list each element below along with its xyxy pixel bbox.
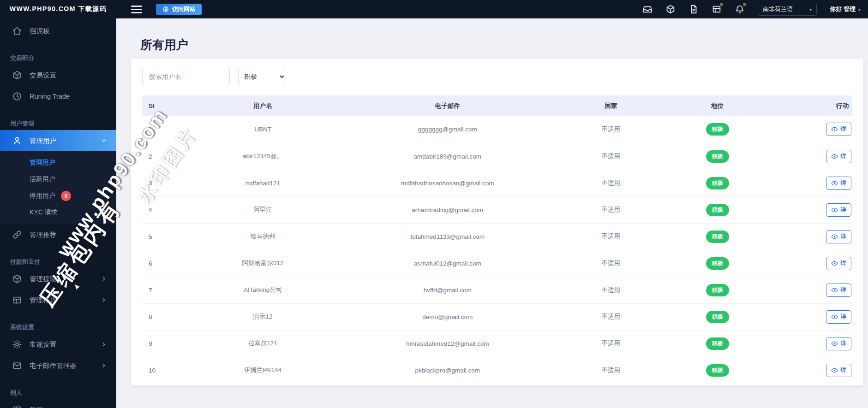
sidebar-item-3[interactable]: Runing Trade (0, 86, 116, 107)
view-detail-button[interactable]: 详 (826, 177, 852, 190)
table-row: 7AITarking公司hvffd@gmail.com不适用积极详 (142, 277, 852, 303)
cell-country: 不适用 (554, 196, 668, 223)
column-header: 国家 (554, 95, 668, 116)
sidebar-subitem[interactable]: 管理用户 (0, 154, 116, 171)
sidebar-submenu: 管理用户活跃用户停用用户0KYC 请求 (0, 151, 116, 224)
cell-action: 详 (767, 277, 852, 303)
sidebar-subitem[interactable]: KYC 请求 (0, 204, 116, 221)
cell-country: 不适用 (554, 357, 668, 384)
sidebar-item-15[interactable]: 前端 (0, 399, 116, 408)
sidebar-section-label: 付款和支付 (0, 255, 116, 268)
table-row: 8演示12demo@gmail.com不适用积极详 (142, 303, 852, 330)
cell-status: 积极 (668, 143, 767, 170)
cell-email: totahmed1133@gmail.com (341, 223, 554, 250)
sidebar-section-label: 用户管理 (0, 117, 116, 130)
cell-si: 5 (142, 223, 185, 250)
cell-si: 4 (142, 196, 185, 223)
sidebar-item-2[interactable]: 交易设置 (0, 65, 116, 86)
language-selector[interactable]: 南非荷兰语 ▾ (758, 3, 817, 16)
sidebar: 挡泥板交易部分交易设置Runing Trade用户管理管理用户管理用户活跃用户停… (0, 18, 116, 408)
eye-icon (831, 367, 838, 374)
bell-icon[interactable] (735, 4, 745, 14)
view-detail-button[interactable]: 详 (826, 257, 852, 270)
view-detail-button[interactable]: 详 (826, 230, 852, 243)
cell-action: 详 (767, 223, 852, 250)
sidebar-subitem[interactable]: 停用用户0 (0, 188, 116, 204)
cell-country: 不适用 (554, 223, 668, 250)
view-detail-button[interactable]: 详 (826, 284, 852, 297)
cell-action: 详 (767, 250, 852, 277)
cell-username: UBNT (185, 116, 341, 143)
sidebar-subitem-label: KYC 请求 (30, 208, 58, 217)
sidebar-item-label: 前端 (30, 406, 43, 408)
detail-label: 详 (841, 313, 847, 321)
sidebar-item-label: 电子邮件管理器 (30, 361, 77, 370)
topbar-right: 南非荷兰语 ▾ 你好 管理 ▾ (642, 3, 868, 16)
sidebar-item-label: 交易设置 (30, 71, 56, 80)
cell-country: 不适用 (554, 303, 668, 330)
gear-icon (12, 339, 22, 349)
cell-si: 2 (142, 143, 185, 170)
sidebar-item-5[interactable]: 管理用户 (0, 130, 116, 151)
view-detail-button[interactable]: 详 (826, 337, 852, 350)
status-badge: 积极 (706, 311, 729, 323)
table-row: 3mdfahad121mdfahadhosanhosan@gmail.com不适… (142, 170, 852, 196)
cell-email: asrhaful012@gmail.com (341, 250, 554, 277)
eye-icon (831, 153, 838, 160)
status-badge: 积极 (706, 284, 729, 296)
menu-toggle-icon[interactable] (131, 6, 142, 13)
main-content: 所有用户 积极 SI用户名电子邮件国家地位行动 1UBNTggggggg@gma… (116, 18, 868, 408)
search-input[interactable] (142, 67, 230, 86)
cell-username: 哈马德利 (185, 223, 341, 250)
package-icon (12, 70, 22, 80)
cell-si: 10 (142, 357, 185, 384)
inbox-icon[interactable] (642, 4, 652, 14)
document-icon[interactable] (688, 4, 699, 14)
status-select[interactable]: 积极 (238, 67, 286, 86)
view-detail-button[interactable]: 详 (826, 310, 852, 324)
sidebar-item-0[interactable]: 挡泥板 (0, 20, 116, 41)
cell-username: 演示12 (185, 303, 341, 330)
cell-username: 阿罕汗 (185, 196, 341, 223)
sidebar-item-label: 管理提现 (30, 275, 56, 284)
cell-status: 积极 (668, 196, 767, 223)
view-detail-button[interactable]: 详 (826, 203, 852, 217)
sidebar-item-label: Runing Trade (30, 93, 70, 100)
column-header: 电子邮件 (341, 95, 554, 116)
cell-country: 不适用 (554, 277, 668, 303)
cell-email: hmraselahmed12@gmail.com (341, 330, 554, 357)
view-detail-button[interactable]: 详 (826, 150, 852, 163)
view-detail-button[interactable]: 详 (826, 123, 852, 136)
visit-site-button[interactable]: 访问网站 (156, 4, 202, 15)
globe-icon (162, 6, 169, 12)
user-menu[interactable]: 你好 管理 ▾ (830, 5, 861, 13)
view-detail-button[interactable]: 详 (826, 364, 852, 377)
chevron-down-icon: ▾ (858, 7, 861, 12)
sidebar-item-7[interactable]: 管理推荐 (0, 224, 116, 245)
cell-username: mdfahad121 (185, 170, 341, 196)
sidebar-item-9[interactable]: 管理提现 (0, 268, 116, 290)
cell-si: 1 (142, 116, 185, 143)
status-badge: 积极 (706, 123, 729, 136)
user-icon (12, 136, 22, 146)
cell-action: 详 (767, 143, 852, 170)
chevron-right-icon (101, 362, 107, 369)
cell-username: 伊姆兰PK144 (185, 357, 341, 384)
sidebar-subitem[interactable]: 活跃用户 (0, 171, 116, 188)
cell-status: 积极 (668, 116, 767, 143)
eye-icon (831, 260, 838, 267)
cell-action: 详 (767, 116, 852, 143)
sidebar-item-10[interactable]: 管理存款 (0, 290, 116, 311)
sidebar-item-13[interactable]: 电子邮件管理器 (0, 355, 116, 376)
users-table: SI用户名电子邮件国家地位行动 1UBNTggggggg@gmail.com不适… (142, 95, 852, 384)
brand-logo[interactable]: WWW.PHP90.COM 下载源码 (0, 5, 116, 13)
sidebar-section-label: 别人 (0, 386, 116, 399)
cell-status: 积极 (668, 277, 767, 303)
package-icon[interactable] (665, 4, 676, 14)
cell-email: amdabir189@gmail.com (341, 143, 554, 170)
cell-username: AITarking公司 (185, 277, 341, 303)
sidebar-item-12[interactable]: 常规设置 (0, 334, 116, 355)
detail-label: 详 (841, 125, 847, 133)
notification-dot (743, 3, 746, 6)
grid-icon[interactable] (712, 4, 722, 14)
